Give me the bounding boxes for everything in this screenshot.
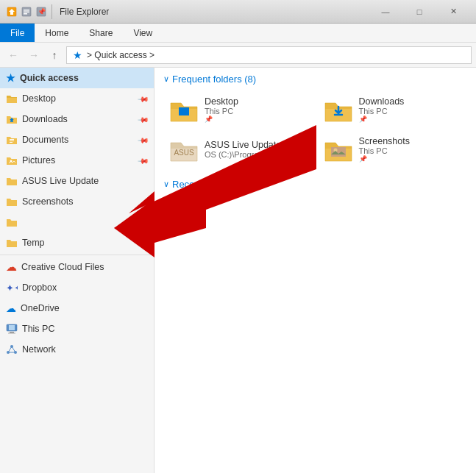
onedrive-icon: ☁: [6, 302, 16, 314]
minimize-button[interactable]: —: [369, 0, 402, 24]
content-area: ∨ Frequent folders (8) Desktop This PC 📌: [154, 68, 476, 473]
svg-text:ASUS: ASUS: [174, 149, 194, 157]
sidebar-item-asus[interactable]: ASUS Live Update: [0, 171, 154, 191]
title-bar: 📌 File Explorer — □ ✕: [0, 0, 476, 24]
star-icon: ★: [6, 72, 15, 84]
menu-tab-file[interactable]: File: [0, 24, 35, 42]
sidebar-label: Pictures: [22, 155, 55, 166]
folder-item-asus[interactable]: ASUS ASUS Live Update OS (C:)\ProgramDat…: [163, 132, 313, 167]
sidebar-item-documents[interactable]: Documents 📌: [0, 129, 154, 150]
sidebar-label: Desktop: [22, 93, 56, 104]
sidebar-item-unnamed[interactable]: [0, 212, 154, 232]
svg-rect-25: [331, 147, 346, 157]
frequent-folders-header[interactable]: ∨ Frequent folders (8): [163, 74, 467, 85]
sidebar-item-this-pc[interactable]: This PC: [0, 319, 154, 339]
sidebar-label: Network: [22, 344, 56, 355]
folder-name: Downloads: [359, 96, 405, 107]
pin-indicator: 📌: [205, 115, 238, 123]
chevron-icon: ∨: [163, 74, 169, 84]
pin-icon: 📌: [138, 154, 149, 166]
svg-rect-2: [24, 10, 29, 11]
section-title: Frequent folders (8): [172, 74, 256, 85]
folder-item-desktop[interactable]: Desktop This PC 📌: [163, 92, 313, 127]
sidebar-label: Dropbox: [22, 282, 57, 293]
folder-icon: [6, 237, 18, 249]
folder-label: Desktop This PC 📌: [205, 96, 238, 123]
frequent-folders-grid: Desktop This PC 📌 Downloads: [163, 92, 467, 167]
divider: [0, 255, 154, 255]
menu-tab-view[interactable]: View: [123, 24, 163, 42]
title-bar-icons: 📌: [6, 4, 54, 19]
folder-icon: [6, 216, 18, 228]
sidebar-item-network[interactable]: Network: [0, 339, 154, 360]
pin-icon: 📌: [138, 134, 149, 146]
maximize-button[interactable]: □: [402, 0, 436, 24]
folder-name: ASUS Live Update: [205, 140, 307, 150]
svg-text:📌: 📌: [38, 7, 46, 16]
svg-rect-9: [10, 142, 13, 143]
folder-label: Screenshots This PC 📌: [359, 136, 410, 163]
creative-cloud-icon: ☁: [6, 260, 17, 274]
sidebar-item-dropbox[interactable]: ✦✦ Dropbox: [0, 277, 154, 298]
folder-sub: OS (C:)\ProgramData\ASUS: [205, 150, 307, 159]
sidebar-label: Creative Cloud Files: [21, 262, 104, 272]
up-button[interactable]: ↑: [46, 46, 63, 64]
sidebar-item-temp[interactable]: Temp: [0, 232, 154, 253]
folder-item-screenshots[interactable]: Screenshots This PC 📌: [318, 132, 468, 167]
folder-sub: This PC: [359, 107, 405, 115]
sidebar-item-downloads[interactable]: Downloads 📌: [0, 109, 154, 129]
network-icon: [6, 344, 18, 355]
close-button[interactable]: ✕: [436, 0, 470, 24]
menu-bar: File Home Share View: [0, 24, 476, 43]
svg-rect-8: [10, 141, 14, 141]
toolbar: ← → ↑ ★ > Quick access >: [0, 43, 476, 68]
chevron-icon: ∨: [163, 179, 169, 189]
menu-tab-share[interactable]: Share: [79, 24, 123, 42]
sidebar-label: Downloads: [22, 114, 68, 124]
pin-icon: 📌: [138, 113, 149, 125]
svg-rect-14: [10, 332, 14, 333]
svg-rect-22: [179, 107, 189, 115]
sidebar-item-label: Quick access: [20, 73, 79, 83]
sidebar-item-creative-cloud[interactable]: ☁ Creative Cloud Files: [0, 257, 154, 277]
folder-label: ASUS Live Update OS (C:)\ProgramData\ASU…: [205, 140, 307, 159]
folder-name: Screenshots: [359, 136, 410, 146]
back-button[interactable]: ←: [4, 46, 22, 64]
svg-rect-13: [9, 325, 15, 330]
pin-icon: 📌: [35, 6, 47, 18]
forward-button[interactable]: →: [25, 46, 43, 64]
folder-icon: [6, 196, 18, 207]
sidebar-label: Documents: [22, 135, 68, 145]
sidebar-item-quick-access[interactable]: ★ Quick access: [0, 68, 154, 88]
sidebar-label: Temp: [22, 238, 45, 248]
pin-icon: 📌: [138, 93, 149, 104]
svg-rect-4: [24, 13, 27, 15]
this-pc-icon: [6, 323, 18, 335]
address-bar[interactable]: ★ > Quick access >: [66, 46, 472, 64]
folder-item-downloads[interactable]: Downloads This PC 📌: [318, 92, 468, 127]
sidebar-label: This PC: [22, 324, 54, 334]
sidebar: ★ Quick access Desktop 📌 Downloads 📌: [0, 68, 154, 473]
svg-rect-3: [24, 11, 29, 13]
sidebar-item-desktop[interactable]: Desktop 📌: [0, 88, 154, 109]
svg-line-19: [8, 346, 12, 352]
folder-name: Desktop: [205, 96, 238, 107]
screenshots-folder-icon: [324, 137, 353, 163]
document-icon: [21, 6, 32, 18]
folder-picture-icon: [6, 154, 18, 166]
sidebar-label: OneDrive: [21, 303, 60, 313]
title-text: File Explorer: [60, 7, 109, 17]
title-controls: — □ ✕: [369, 0, 470, 24]
pin-indicator: 📌: [359, 155, 410, 163]
recent-files-header[interactable]: ∨ Recent files (20): [163, 179, 467, 190]
sidebar-item-pictures[interactable]: Pictures 📌: [0, 150, 154, 171]
sidebar-item-screenshots[interactable]: Screenshots: [0, 191, 154, 212]
pin-indicator: 📌: [359, 115, 405, 123]
menu-tab-home[interactable]: Home: [35, 24, 79, 42]
svg-text:✦✦: ✦✦: [6, 282, 18, 294]
folder-icon: [6, 175, 18, 187]
folder-label: Downloads This PC 📌: [359, 96, 405, 123]
sidebar-item-onedrive[interactable]: ☁ OneDrive: [0, 298, 154, 319]
asus-folder-icon: ASUS: [169, 137, 199, 163]
address-star-icon: ★: [73, 49, 82, 61]
